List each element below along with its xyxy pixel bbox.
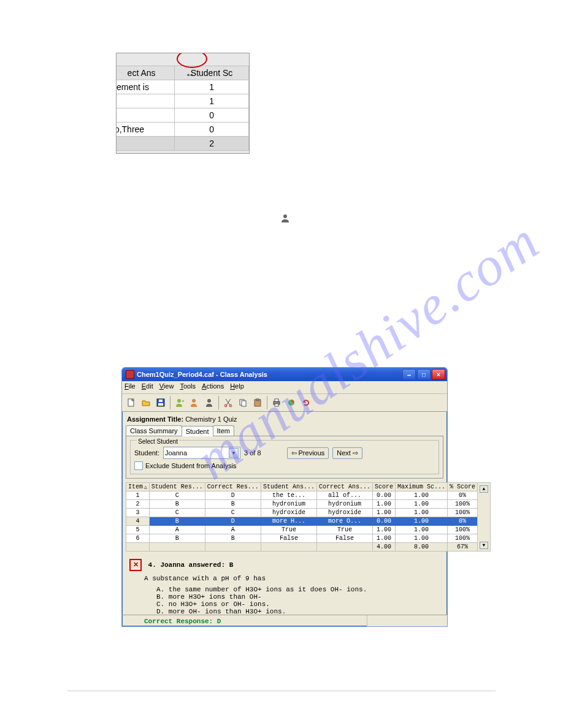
cut-icon[interactable] — [221, 396, 235, 409]
question-header: 4. Joanna answered: B — [148, 561, 234, 569]
assignment-title-value: Chemistry 1 Quiz — [185, 415, 237, 423]
column-resize-example: ↔ ect Ans Student Sc itement is1 1 0 /o,… — [116, 53, 250, 154]
menu-tools[interactable]: Tools — [180, 382, 196, 393]
statusbar — [122, 615, 447, 626]
footer-rule — [67, 691, 496, 691]
next-button[interactable]: Next ⇨ — [332, 447, 362, 459]
totals-row: 4.008.0067% — [126, 543, 491, 552]
header-correct-ans: ect Ans — [116, 66, 175, 80]
col-student-ans[interactable]: Student Ans... — [261, 483, 316, 491]
student-label: Student: — [134, 449, 159, 457]
col-correct-res[interactable]: Correct Res... — [205, 483, 261, 491]
exclude-checkbox[interactable] — [134, 461, 143, 470]
assignment-title-label: Assignment Title: — [127, 415, 183, 423]
choice-a: A. the same number of H3O+ ions as it do… — [156, 586, 440, 593]
tab-class-summary[interactable]: Class Summary — [126, 425, 182, 436]
person-icon[interactable] — [202, 396, 216, 409]
arrow-right-icon: ⇨ — [353, 449, 358, 457]
svg-point-5 — [177, 399, 181, 403]
select-student-group: Select Student Student: Joanna ▼ 3 of 8 … — [130, 440, 439, 474]
window-titlebar: Chem1Quiz_Period4.caf - Class Analysis ‒… — [122, 368, 447, 381]
col-max-score[interactable]: Maximum Sc... — [395, 483, 447, 491]
print-icon[interactable] — [270, 396, 283, 409]
tab-item[interactable]: Item — [213, 425, 234, 436]
svg-rect-4 — [159, 400, 163, 402]
sort-asc-icon: △ — [144, 484, 147, 490]
menu-view[interactable]: View — [159, 382, 174, 393]
col-correct-ans[interactable]: Correct Ans... — [316, 483, 372, 491]
student-selected: Joanna — [165, 449, 187, 457]
chevron-down-icon: ▼ — [229, 448, 239, 458]
paste-icon[interactable] — [251, 396, 264, 409]
svg-text:+: + — [182, 398, 185, 404]
window-title: Chem1Quiz_Period4.caf - Class Analysis — [137, 371, 267, 378]
save-icon[interactable] — [154, 396, 167, 409]
svg-point-7 — [192, 399, 196, 403]
svg-rect-17 — [275, 404, 278, 406]
table-row[interactable]: 2BBhydroniumhydronium1.001.00100% — [126, 500, 491, 509]
results-grid: Item△ Student Res... Correct Res... Stud… — [126, 482, 443, 552]
class-analysis-window: Chem1Quiz_Period4.caf - Class Analysis ‒… — [121, 367, 448, 627]
student-tab-body: Select Student Student: Joanna ▼ 3 of 8 … — [126, 436, 443, 479]
status-pane — [367, 615, 447, 626]
menu-edit[interactable]: Edit — [142, 382, 153, 393]
svg-point-8 — [207, 399, 211, 403]
refresh-icon[interactable] — [299, 396, 313, 409]
question-stem: A substance with a pH of 9 has — [144, 575, 440, 582]
assignment-title-row: Assignment Title: Chemistry 1 Quiz — [126, 414, 443, 425]
exclude-label: Exclude Student from Analysis — [145, 462, 237, 469]
svg-rect-16 — [275, 399, 278, 401]
menubar: File Edit View Tools Actions Help — [122, 381, 447, 394]
select-student-legend: Select Student — [137, 438, 179, 445]
student-counter: 3 of 8 — [244, 449, 261, 457]
scroll-down-icon[interactable]: ▼ — [480, 542, 488, 549]
col-item[interactable]: Item△ — [126, 483, 150, 491]
menu-help[interactable]: Help — [230, 382, 244, 393]
tab-bar: Class Summary Student Item — [126, 425, 443, 436]
chart-icon[interactable] — [285, 396, 298, 409]
table-row-selected[interactable]: 4BDmore H...more O...0.001.000% — [126, 517, 491, 526]
table-row[interactable]: 1CDthe te...all of...0.001.000% — [126, 491, 491, 500]
minimize-button[interactable]: ‒ — [402, 369, 416, 380]
col-pct-score[interactable]: % Score — [447, 483, 477, 491]
choice-b: B. more H3O+ ions than OH- — [156, 593, 440, 601]
table-row[interactable]: 3CChydroxidehydroxide1.001.00100% — [126, 509, 491, 517]
new-icon[interactable] — [124, 396, 138, 409]
menu-file[interactable]: File — [124, 382, 136, 393]
choice-c: C. no H3O+ ions or OH- ions. — [156, 601, 440, 608]
tab-student[interactable]: Student — [182, 426, 213, 436]
svg-point-9 — [224, 404, 227, 407]
open-icon[interactable] — [139, 396, 153, 409]
scroll-up-icon[interactable]: ▲ — [480, 485, 488, 493]
svg-rect-12 — [242, 401, 246, 406]
app-icon — [126, 370, 134, 379]
arrow-left-icon: ⇦ — [291, 449, 297, 457]
vertical-scrollbar[interactable]: ▲ ▼ — [477, 483, 490, 552]
toolbar: + — [122, 394, 447, 412]
menu-actions[interactable]: Actions — [202, 382, 224, 393]
svg-point-0 — [283, 214, 287, 218]
col-score[interactable]: Score — [372, 483, 395, 491]
col-student-res[interactable]: Student Res... — [149, 483, 205, 491]
svg-point-10 — [229, 404, 232, 407]
table-row[interactable]: 5AATrueTrue1.001.00100% — [126, 526, 491, 534]
table-row[interactable]: 6BBFalseFalse1.001.00100% — [126, 534, 491, 543]
incorrect-icon: ✕ — [129, 559, 142, 571]
grid-header-row: Item△ Student Res... Correct Res... Stud… — [126, 483, 491, 491]
svg-rect-3 — [158, 403, 163, 406]
person-icon — [280, 213, 290, 223]
svg-rect-14 — [256, 399, 259, 401]
close-button[interactable]: × — [432, 369, 445, 380]
resize-cursor-icon: ↔ — [185, 69, 193, 80]
maximize-button[interactable]: □ — [417, 369, 431, 380]
person-add-icon[interactable]: + — [173, 396, 186, 409]
mini-table: ect Ans Student Sc itement is1 1 0 /o,Th… — [116, 66, 249, 151]
student-dropdown[interactable]: Joanna ▼ — [163, 447, 240, 459]
person-remove-icon[interactable] — [188, 396, 201, 409]
copy-icon[interactable] — [236, 396, 250, 409]
previous-button[interactable]: ⇦ Previous — [287, 447, 329, 459]
